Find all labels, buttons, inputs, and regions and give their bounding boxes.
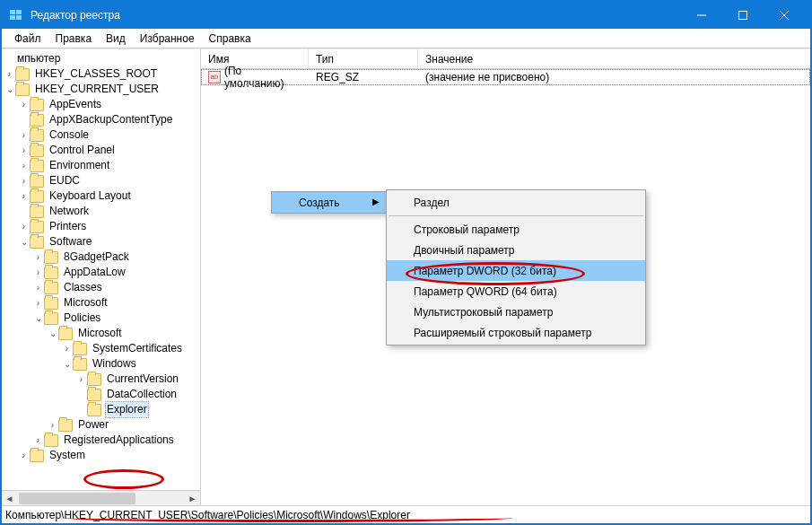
status-path: Компьютер\HKEY_CURRENT_USER\Software\Pol… <box>5 509 410 521</box>
submenu-binary[interactable]: Двоичный параметр <box>387 240 645 260</box>
list-row[interactable]: ab(По умолчанию)REG_SZ(значение не присв… <box>201 69 810 85</box>
chevron-right-icon[interactable] <box>18 143 30 158</box>
scroll-left-icon[interactable]: ◄ <box>2 491 17 506</box>
tree-row[interactable]: Console <box>2 127 200 143</box>
tree-node-label: AppXBackupContentType <box>48 112 174 127</box>
tree-row[interactable]: мпьютер <box>2 51 200 66</box>
tree-row[interactable]: Keyboard Layout <box>2 188 200 204</box>
minimize-button[interactable] <box>681 2 722 29</box>
chevron-right-icon[interactable] <box>32 280 44 295</box>
scroll-right-icon[interactable]: ► <box>185 491 200 506</box>
tree-node-label: Explorer <box>105 401 149 418</box>
tree-row[interactable]: Microsoft <box>2 295 200 311</box>
chevron-right-icon[interactable] <box>18 219 30 234</box>
context-menu: Создать ▶ <box>271 191 388 214</box>
maximize-button[interactable] <box>722 2 764 29</box>
value-data: (значение не присвоено) <box>418 71 810 83</box>
tree-node-label: Control Panel <box>48 143 117 158</box>
tree-pane: мпьютерHKEY_CLASSES_ROOTHKEY_CURRENT_USE… <box>2 49 201 505</box>
tree-row[interactable]: SystemCertificates <box>2 341 200 356</box>
tree-row[interactable]: EUDC <box>2 173 200 188</box>
submenu-expandstring[interactable]: Расширяемый строковый параметр <box>387 322 645 343</box>
chevron-right-icon[interactable] <box>18 448 30 463</box>
tree-node-label: Power <box>76 417 110 433</box>
folder-icon <box>44 267 58 279</box>
tree-row[interactable]: Explorer <box>2 402 200 417</box>
submenu-multistring[interactable]: Мультистроковый параметр <box>387 302 645 322</box>
menu-view[interactable]: Вид <box>99 31 133 47</box>
submenu-section[interactable]: Раздел <box>387 192 645 213</box>
chevron-right-icon[interactable] <box>18 97 30 112</box>
chevron-down-icon[interactable] <box>32 311 44 326</box>
tree-node-label: Printers <box>48 219 88 234</box>
chevron-right-icon[interactable] <box>61 341 73 356</box>
chevron-right-icon[interactable] <box>32 265 44 280</box>
close-button[interactable] <box>764 2 805 29</box>
ctx-create[interactable]: Создать ▶ <box>272 192 387 213</box>
folder-icon <box>58 328 73 340</box>
title-text: Редактор реестра <box>31 9 120 22</box>
tree-node-label: System <box>48 448 87 463</box>
chevron-down-icon[interactable] <box>47 326 58 341</box>
menu-help[interactable]: Справка <box>202 31 258 47</box>
menu-edit[interactable]: Правка <box>48 31 100 47</box>
chevron-right-icon[interactable] <box>18 173 30 188</box>
chevron-right-icon[interactable] <box>18 127 30 143</box>
tree-row[interactable]: Network <box>2 204 200 219</box>
tree-row[interactable]: AppDataLow <box>2 265 200 280</box>
context-submenu: Раздел Строковый параметр Двоичный парам… <box>386 189 646 346</box>
tree-row[interactable]: Software <box>2 234 200 249</box>
folder-icon <box>44 282 58 294</box>
submenu-qword[interactable]: Параметр QWORD (64 бита) <box>387 281 645 302</box>
tree-node-label: Software <box>48 234 93 249</box>
chevron-right-icon[interactable] <box>32 295 44 311</box>
tree-row[interactable]: System <box>2 448 200 463</box>
tree-row[interactable]: HKEY_CLASSES_ROOT <box>2 66 200 82</box>
tree-row[interactable]: AppXBackupContentType <box>2 112 200 127</box>
chevron-right-icon[interactable] <box>32 433 44 448</box>
col-value[interactable]: Значение <box>418 49 810 68</box>
tree-row[interactable]: Printers <box>2 219 200 234</box>
tree-row[interactable]: Classes <box>2 280 200 295</box>
tree-row[interactable]: Environment <box>2 158 200 173</box>
folder-icon <box>30 206 44 218</box>
svg-rect-1 <box>16 10 22 14</box>
scroll-thumb[interactable] <box>19 493 135 504</box>
folder-icon <box>30 221 44 233</box>
folder-icon <box>44 312 58 325</box>
chevron-down-icon[interactable] <box>4 82 15 97</box>
menu-file[interactable]: Файл <box>7 31 48 47</box>
svg-rect-0 <box>10 10 15 14</box>
tree-row[interactable]: Control Panel <box>2 143 200 158</box>
chevron-right-icon[interactable] <box>75 372 87 387</box>
tree-row[interactable]: AppEvents <box>2 97 200 112</box>
chevron-right-icon[interactable] <box>18 188 30 204</box>
tree-hscrollbar[interactable]: ◄ ► <box>2 490 200 505</box>
chevron-right-icon[interactable] <box>32 249 44 265</box>
tree-node-label: Microsoft <box>76 326 124 341</box>
submenu-dword[interactable]: Параметр DWORD (32 бита) <box>387 260 645 281</box>
chevron-right-icon[interactable] <box>4 66 15 82</box>
col-type[interactable]: Тип <box>309 49 418 68</box>
tree-row[interactable]: Power <box>2 417 200 433</box>
menu-favorites[interactable]: Избранное <box>133 31 202 47</box>
tree-row[interactable]: Microsoft <box>2 326 200 341</box>
tree-node-label: Policies <box>62 311 102 326</box>
tree-row[interactable]: CurrentVersion <box>2 372 200 387</box>
tree-row[interactable]: 8GadgetPack <box>2 249 200 265</box>
tree-row[interactable]: HKEY_CURRENT_USER <box>2 82 200 97</box>
tree-row[interactable]: DataCollection <box>2 387 200 402</box>
tree-row[interactable]: Policies <box>2 311 200 326</box>
chevron-down-icon[interactable] <box>18 234 30 249</box>
tree[interactable]: мпьютерHKEY_CLASSES_ROOTHKEY_CURRENT_USE… <box>2 49 200 490</box>
tree-row[interactable]: Windows <box>2 356 200 372</box>
folder-icon <box>30 129 44 142</box>
tree-row[interactable]: RegisteredApplications <box>2 433 200 448</box>
tree-node-label: DataCollection <box>105 387 179 402</box>
folder-icon <box>87 389 101 401</box>
chevron-right-icon[interactable] <box>47 417 58 433</box>
folder-icon <box>30 236 44 249</box>
chevron-right-icon[interactable] <box>18 158 30 173</box>
submenu-string[interactable]: Строковый параметр <box>387 219 645 240</box>
chevron-down-icon[interactable] <box>61 356 73 372</box>
